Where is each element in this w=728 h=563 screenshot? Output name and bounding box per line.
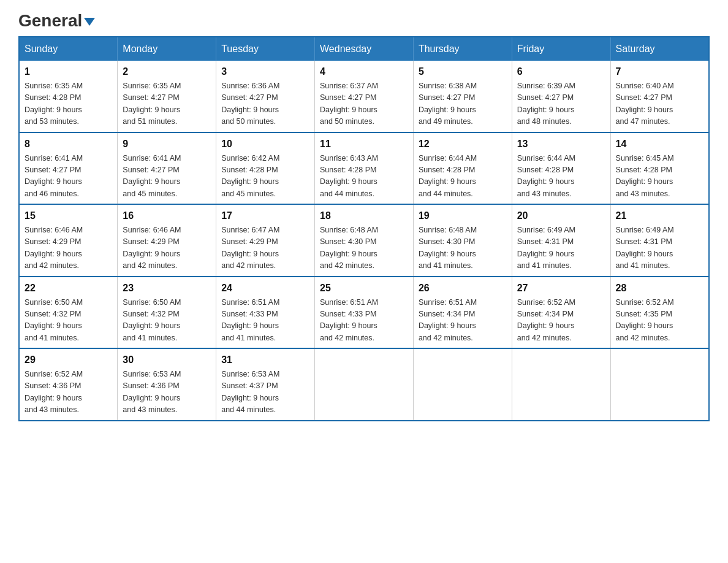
day-info: Sunrise: 6:44 AM Sunset: 4:28 PM Dayligh… xyxy=(517,153,605,201)
day-number: 22 xyxy=(25,281,112,296)
calendar-cell xyxy=(610,348,709,421)
calendar-cell: 7 Sunrise: 6:40 AM Sunset: 4:27 PM Dayli… xyxy=(610,61,709,132)
day-number: 15 xyxy=(25,209,112,223)
day-number: 18 xyxy=(320,209,408,223)
day-info: Sunrise: 6:41 AM Sunset: 4:27 PM Dayligh… xyxy=(123,153,211,201)
day-number: 3 xyxy=(221,64,309,79)
calendar-cell: 31 Sunrise: 6:53 AM Sunset: 4:37 PM Dayl… xyxy=(216,348,315,421)
calendar-cell: 13 Sunrise: 6:44 AM Sunset: 4:28 PM Dayl… xyxy=(512,132,610,205)
calendar-week-3: 15 Sunrise: 6:46 AM Sunset: 4:29 PM Dayl… xyxy=(19,204,709,277)
day-number: 29 xyxy=(25,353,112,367)
calendar-cell: 16 Sunrise: 6:46 AM Sunset: 4:29 PM Dayl… xyxy=(118,204,216,277)
weekday-header-thursday: Thursday xyxy=(413,37,512,61)
day-info: Sunrise: 6:47 AM Sunset: 4:29 PM Dayligh… xyxy=(221,224,309,272)
weekday-header-monday: Monday xyxy=(118,37,216,61)
day-info: Sunrise: 6:35 AM Sunset: 4:28 PM Dayligh… xyxy=(25,80,112,128)
day-number: 27 xyxy=(517,281,605,296)
day-number: 24 xyxy=(221,281,309,296)
calendar-cell: 26 Sunrise: 6:51 AM Sunset: 4:34 PM Dayl… xyxy=(413,277,512,349)
day-info: Sunrise: 6:42 AM Sunset: 4:28 PM Dayligh… xyxy=(221,153,309,201)
day-number: 19 xyxy=(419,209,507,223)
day-info: Sunrise: 6:43 AM Sunset: 4:28 PM Dayligh… xyxy=(320,153,408,201)
day-info: Sunrise: 6:51 AM Sunset: 4:33 PM Dayligh… xyxy=(320,297,408,345)
calendar-cell: 12 Sunrise: 6:44 AM Sunset: 4:28 PM Dayl… xyxy=(413,132,512,205)
calendar-cell: 8 Sunrise: 6:41 AM Sunset: 4:27 PM Dayli… xyxy=(19,132,118,205)
day-number: 21 xyxy=(616,209,703,223)
day-info: Sunrise: 6:53 AM Sunset: 4:37 PM Dayligh… xyxy=(221,369,309,416)
calendar-cell: 9 Sunrise: 6:41 AM Sunset: 4:27 PM Dayli… xyxy=(118,132,216,205)
day-number: 1 xyxy=(25,64,112,79)
calendar-cell: 11 Sunrise: 6:43 AM Sunset: 4:28 PM Dayl… xyxy=(315,132,414,205)
calendar-cell: 14 Sunrise: 6:45 AM Sunset: 4:28 PM Dayl… xyxy=(610,132,709,205)
day-info: Sunrise: 6:51 AM Sunset: 4:34 PM Dayligh… xyxy=(419,297,507,345)
day-number: 31 xyxy=(221,353,309,367)
day-number: 2 xyxy=(123,64,211,79)
day-info: Sunrise: 6:48 AM Sunset: 4:30 PM Dayligh… xyxy=(320,224,408,272)
calendar-cell xyxy=(413,348,512,421)
calendar-cell: 19 Sunrise: 6:48 AM Sunset: 4:30 PM Dayl… xyxy=(413,204,512,277)
calendar-cell: 3 Sunrise: 6:36 AM Sunset: 4:27 PM Dayli… xyxy=(216,61,315,132)
calendar-cell: 28 Sunrise: 6:52 AM Sunset: 4:35 PM Dayl… xyxy=(610,277,709,349)
weekday-header-saturday: Saturday xyxy=(610,37,709,61)
day-number: 30 xyxy=(123,353,211,367)
day-number: 13 xyxy=(517,137,605,151)
day-number: 9 xyxy=(123,137,211,151)
day-number: 7 xyxy=(616,64,703,79)
weekday-header-tuesday: Tuesday xyxy=(216,37,315,61)
calendar-cell: 24 Sunrise: 6:51 AM Sunset: 4:33 PM Dayl… xyxy=(216,277,315,349)
calendar-week-1: 1 Sunrise: 6:35 AM Sunset: 4:28 PM Dayli… xyxy=(19,61,709,132)
calendar-cell: 23 Sunrise: 6:50 AM Sunset: 4:32 PM Dayl… xyxy=(118,277,216,349)
day-info: Sunrise: 6:50 AM Sunset: 4:32 PM Dayligh… xyxy=(123,297,211,345)
calendar-cell: 20 Sunrise: 6:49 AM Sunset: 4:31 PM Dayl… xyxy=(512,204,610,277)
calendar-cell: 27 Sunrise: 6:52 AM Sunset: 4:34 PM Dayl… xyxy=(512,277,610,349)
logo: General xyxy=(18,12,95,27)
day-number: 17 xyxy=(221,209,309,223)
calendar-week-2: 8 Sunrise: 6:41 AM Sunset: 4:27 PM Dayli… xyxy=(19,132,709,205)
calendar-cell: 10 Sunrise: 6:42 AM Sunset: 4:28 PM Dayl… xyxy=(216,132,315,205)
day-info: Sunrise: 6:40 AM Sunset: 4:27 PM Dayligh… xyxy=(616,80,703,128)
calendar-cell: 17 Sunrise: 6:47 AM Sunset: 4:29 PM Dayl… xyxy=(216,204,315,277)
day-info: Sunrise: 6:37 AM Sunset: 4:27 PM Dayligh… xyxy=(320,80,408,128)
day-number: 6 xyxy=(517,64,605,79)
day-info: Sunrise: 6:52 AM Sunset: 4:34 PM Dayligh… xyxy=(517,297,605,345)
page-header: General xyxy=(18,12,710,27)
day-info: Sunrise: 6:46 AM Sunset: 4:29 PM Dayligh… xyxy=(123,224,211,272)
calendar-cell: 2 Sunrise: 6:35 AM Sunset: 4:27 PM Dayli… xyxy=(118,61,216,132)
calendar-cell: 22 Sunrise: 6:50 AM Sunset: 4:32 PM Dayl… xyxy=(19,277,118,349)
day-info: Sunrise: 6:46 AM Sunset: 4:29 PM Dayligh… xyxy=(25,224,112,272)
calendar-cell: 25 Sunrise: 6:51 AM Sunset: 4:33 PM Dayl… xyxy=(315,277,414,349)
day-info: Sunrise: 6:52 AM Sunset: 4:36 PM Dayligh… xyxy=(25,369,112,416)
calendar-cell: 30 Sunrise: 6:53 AM Sunset: 4:36 PM Dayl… xyxy=(118,348,216,421)
day-info: Sunrise: 6:53 AM Sunset: 4:36 PM Dayligh… xyxy=(123,369,211,416)
weekday-header-friday: Friday xyxy=(512,37,610,61)
day-number: 12 xyxy=(419,137,507,151)
day-number: 16 xyxy=(123,209,211,223)
day-number: 28 xyxy=(616,281,703,296)
day-info: Sunrise: 6:45 AM Sunset: 4:28 PM Dayligh… xyxy=(616,153,703,201)
day-info: Sunrise: 6:36 AM Sunset: 4:27 PM Dayligh… xyxy=(221,80,309,128)
weekday-header-row: SundayMondayTuesdayWednesdayThursdayFrid… xyxy=(19,37,709,61)
day-info: Sunrise: 6:49 AM Sunset: 4:31 PM Dayligh… xyxy=(517,224,605,272)
day-number: 14 xyxy=(616,137,703,151)
day-number: 25 xyxy=(320,281,408,296)
day-number: 26 xyxy=(419,281,507,296)
calendar-cell: 4 Sunrise: 6:37 AM Sunset: 4:27 PM Dayli… xyxy=(315,61,414,132)
day-info: Sunrise: 6:52 AM Sunset: 4:35 PM Dayligh… xyxy=(616,297,703,345)
day-info: Sunrise: 6:49 AM Sunset: 4:31 PM Dayligh… xyxy=(616,224,703,272)
day-number: 11 xyxy=(320,137,408,151)
day-info: Sunrise: 6:38 AM Sunset: 4:27 PM Dayligh… xyxy=(419,80,507,128)
calendar-cell: 21 Sunrise: 6:49 AM Sunset: 4:31 PM Dayl… xyxy=(610,204,709,277)
day-number: 10 xyxy=(221,137,309,151)
day-number: 4 xyxy=(320,64,408,79)
day-info: Sunrise: 6:44 AM Sunset: 4:28 PM Dayligh… xyxy=(419,153,507,201)
logo-top: General xyxy=(18,12,95,29)
day-info: Sunrise: 6:41 AM Sunset: 4:27 PM Dayligh… xyxy=(25,153,112,201)
calendar-cell: 15 Sunrise: 6:46 AM Sunset: 4:29 PM Dayl… xyxy=(19,204,118,277)
calendar-cell: 6 Sunrise: 6:39 AM Sunset: 4:27 PM Dayli… xyxy=(512,61,610,132)
calendar-table: SundayMondayTuesdayWednesdayThursdayFrid… xyxy=(18,36,710,421)
weekday-header-wednesday: Wednesday xyxy=(315,37,414,61)
day-number: 5 xyxy=(419,64,507,79)
day-info: Sunrise: 6:51 AM Sunset: 4:33 PM Dayligh… xyxy=(221,297,309,345)
weekday-header-sunday: Sunday xyxy=(19,37,118,61)
day-info: Sunrise: 6:39 AM Sunset: 4:27 PM Dayligh… xyxy=(517,80,605,128)
